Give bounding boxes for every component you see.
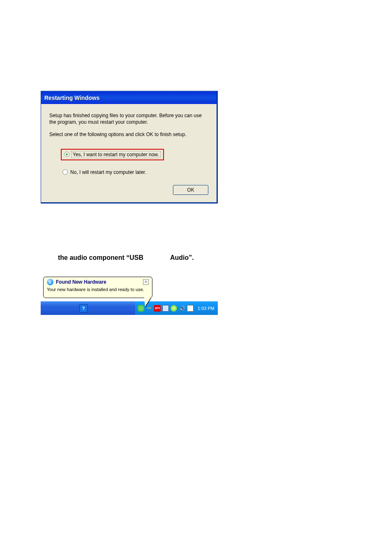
dialog-paragraph-1: Setup has finished copying files to your… bbox=[49, 112, 208, 125]
dialog-titlebar[interactable]: Restarting Windows bbox=[41, 91, 217, 104]
balloon-close-button[interactable]: × bbox=[143, 279, 149, 285]
language-indicator-label: ? bbox=[82, 306, 85, 311]
instruction-seg1: the audio component “USB bbox=[58, 254, 143, 261]
language-indicator[interactable]: ? bbox=[79, 304, 88, 312]
dialog-title: Restarting Windows bbox=[44, 95, 99, 101]
balloon-body-text: Your new hardware is installed and ready… bbox=[47, 287, 149, 292]
restart-option-no-label: No, I will restart my computer later. bbox=[70, 169, 146, 175]
taskbar: ? ATI 1:03 PM bbox=[41, 301, 218, 315]
balloon-tail-icon bbox=[144, 298, 151, 307]
ati-icon[interactable]: ATI bbox=[154, 305, 161, 312]
display-settings-icon[interactable] bbox=[162, 305, 169, 312]
info-icon: i bbox=[47, 279, 53, 285]
dialog-paragraph-2: Select one of the following options and … bbox=[49, 131, 208, 138]
restart-option-yes-label: Yes, I want to restart my computer now. bbox=[71, 151, 161, 158]
dialog-body: Setup has finished copying files to your… bbox=[41, 104, 217, 202]
volume-icon[interactable] bbox=[179, 305, 185, 312]
instruction-seg2: Audio”. bbox=[170, 254, 194, 261]
balloon-title-group: i Found New Hardware bbox=[47, 279, 106, 285]
security-shield-icon[interactable] bbox=[138, 305, 144, 312]
disc-drive-icon[interactable] bbox=[171, 305, 177, 312]
restart-options-group: Yes, I want to restart my computer now. … bbox=[61, 149, 208, 176]
radio-selected-icon bbox=[64, 152, 69, 157]
ok-button[interactable]: OK bbox=[173, 185, 208, 195]
restart-option-yes[interactable]: Yes, I want to restart my computer now. bbox=[61, 149, 164, 160]
dialog-button-row: OK bbox=[49, 185, 208, 195]
restart-windows-dialog: Restarting Windows Setup has finished co… bbox=[41, 91, 218, 204]
taskbar-area: i Found New Hardware × Your new hardware… bbox=[41, 277, 218, 316]
balloon-header: i Found New Hardware × bbox=[47, 279, 149, 285]
instruction-text: the audio component “USB Audio”. bbox=[58, 254, 194, 261]
found-new-hardware-balloon: i Found New Hardware × Your new hardware… bbox=[43, 277, 152, 298]
app-tray-icon[interactable] bbox=[187, 305, 194, 312]
taskbar-left: ? bbox=[41, 304, 135, 312]
taskbar-clock[interactable]: 1:03 PM bbox=[198, 306, 214, 311]
balloon-title-text: Found New Hardware bbox=[56, 279, 106, 285]
restart-option-no[interactable]: No, I will restart my computer later. bbox=[62, 169, 146, 175]
radio-unselected-icon bbox=[62, 169, 68, 175]
